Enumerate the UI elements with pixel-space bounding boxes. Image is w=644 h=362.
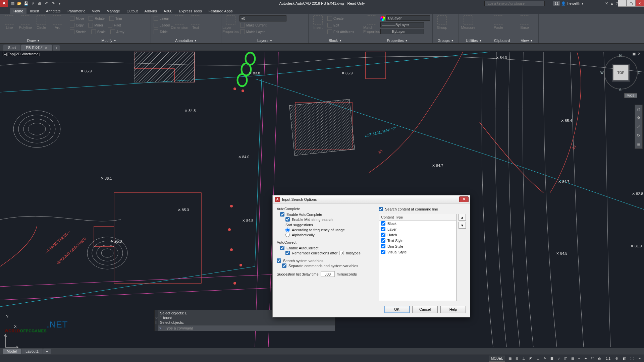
- chevron-down-icon[interactable]: ▼: [37, 39, 40, 42]
- linear-button[interactable]: Linear: [153, 15, 170, 21]
- trim-button[interactable]: Trim: [109, 15, 123, 21]
- polyline-button[interactable]: Polyline: [18, 15, 33, 29]
- menu-tab-home[interactable]: Home: [10, 8, 26, 14]
- add-layout-button[interactable]: +: [43, 349, 51, 354]
- user-area[interactable]: 11 👤 hewetth ▾: [553, 1, 584, 6]
- content-type-item[interactable]: Layer: [379, 226, 456, 232]
- exchange-icon[interactable]: ✕: [605, 1, 608, 6]
- layout-tab[interactable]: Model: [3, 349, 21, 354]
- sb-model[interactable]: MODEL: [489, 356, 505, 362]
- sb-toggle-5[interactable]: ✎: [542, 356, 548, 362]
- help-search-input[interactable]: [484, 1, 545, 6]
- move-button[interactable]: Move: [69, 15, 85, 21]
- chevron-down-icon[interactable]: ▼: [479, 39, 482, 42]
- ok-button[interactable]: OK: [384, 306, 410, 313]
- qat-drop-icon[interactable]: ▾: [57, 1, 62, 6]
- sb-toggle-7[interactable]: ⤢: [556, 356, 561, 362]
- a360-icon[interactable]: ▲: [610, 1, 614, 6]
- nav-showmotion-icon[interactable]: ≣: [636, 141, 642, 147]
- sb-toggle-0[interactable]: ▦: [507, 356, 513, 362]
- rotate-button[interactable]: Rotate: [88, 15, 105, 21]
- sb-toggle-10[interactable]: ⌖: [577, 356, 582, 362]
- menu-tab-parametric[interactable]: Parametric: [64, 8, 89, 14]
- nav-pan-icon[interactable]: ✥: [636, 115, 642, 121]
- enable-autocorrect-checkbox[interactable]: [280, 246, 284, 250]
- insert-button[interactable]: Insert: [311, 15, 325, 29]
- sb-toggle-1[interactable]: ⊞: [514, 356, 520, 362]
- sb-toggle-8[interactable]: ◫: [563, 356, 569, 362]
- cmdline-drag-handle[interactable]: ✕⠿: [155, 310, 158, 331]
- stretch-button[interactable]: Stretch: [69, 29, 87, 35]
- menu-tab-express-tools[interactable]: Express Tools: [176, 8, 205, 14]
- scale-button[interactable]: Scale: [91, 29, 106, 35]
- viewcube-w[interactable]: W: [600, 71, 603, 75]
- create-button[interactable]: Create: [327, 15, 344, 21]
- qat-saveas-icon[interactable]: ⎘: [30, 1, 36, 6]
- chevron-down-icon[interactable]: ▼: [451, 39, 454, 42]
- close-button[interactable]: ✕: [635, 0, 644, 7]
- content-type-item[interactable]: Hatch: [379, 232, 456, 238]
- menu-tab-annotate[interactable]: Annotate: [43, 8, 64, 14]
- sort-alpha-radio[interactable]: [285, 233, 290, 237]
- sb-iso-icon[interactable]: ◧: [622, 356, 627, 362]
- wcs-badge[interactable]: WCS: [624, 93, 637, 98]
- chevron-down-icon[interactable]: ▼: [339, 39, 342, 42]
- menu-tab-add-ins[interactable]: Add-ins: [141, 8, 160, 14]
- circle-button[interactable]: Circle: [34, 15, 49, 29]
- content-type-item[interactable]: Text Style: [379, 238, 456, 243]
- nav-orbit-icon[interactable]: ⟳: [636, 132, 642, 138]
- table-button[interactable]: Table: [153, 29, 168, 35]
- sb-customize-icon[interactable]: ≡: [637, 356, 642, 362]
- cmdline-input[interactable]: Type a command: [165, 326, 193, 330]
- menu-tab-a360[interactable]: A360: [160, 8, 176, 14]
- sb-toggle-6[interactable]: ☰: [549, 356, 555, 362]
- sb-toggle-13[interactable]: ◐: [597, 356, 602, 362]
- qat-redo-icon[interactable]: ↷: [50, 1, 56, 6]
- qat-new-icon[interactable]: ▥: [10, 1, 15, 6]
- viewcube-s[interactable]: S: [619, 88, 622, 92]
- dialog-titlebar[interactable]: A Input Search Options ✕: [273, 195, 470, 203]
- sb-toggle-9[interactable]: ▦: [570, 356, 576, 362]
- lineweight-combo[interactable]: ———— ByLayer: [380, 22, 424, 27]
- leader-button[interactable]: Leader: [153, 22, 171, 28]
- enable-midstring-checkbox[interactable]: [285, 217, 290, 222]
- edit-attributes-button[interactable]: Edit Attributes: [327, 29, 355, 35]
- menu-tab-view[interactable]: View: [89, 8, 103, 14]
- nav-wheel-icon[interactable]: ◎: [636, 106, 642, 112]
- sb-toggle-12[interactable]: ⬚: [590, 356, 595, 362]
- layout-tab[interactable]: Layout1: [21, 349, 43, 354]
- edit-button[interactable]: Edit: [327, 22, 340, 28]
- content-type-list[interactable]: Content Type Block Layer Hatch Text Styl…: [379, 214, 457, 301]
- dialog-close-button[interactable]: ✕: [459, 196, 469, 202]
- sb-gear-icon[interactable]: ⚙: [614, 356, 620, 362]
- copy-button[interactable]: Copy: [69, 22, 84, 28]
- layer-combo[interactable]: ● 0: [239, 15, 286, 21]
- content-type-item[interactable]: Dim Style: [379, 243, 456, 249]
- search-content-checkbox[interactable]: [379, 207, 383, 211]
- sb-scale[interactable]: 1:1: [604, 356, 612, 362]
- add-tab-button[interactable]: +: [53, 45, 60, 51]
- menu-tab-output[interactable]: Output: [123, 8, 141, 14]
- menu-tab-featured-apps[interactable]: Featured Apps: [205, 8, 236, 14]
- chevron-down-icon[interactable]: ▼: [530, 39, 533, 42]
- color-combo[interactable]: ByLayer: [386, 15, 430, 21]
- doc-tab[interactable]: Start: [3, 45, 20, 51]
- move-up-button[interactable]: ▲: [459, 214, 466, 221]
- help-button[interactable]: Help: [440, 306, 466, 313]
- sb-toggle-4[interactable]: ∟: [535, 356, 541, 362]
- line-button[interactable]: Line: [2, 15, 17, 29]
- match-properties-button[interactable]: MatchProperties: [364, 15, 379, 34]
- arc-button[interactable]: Arc: [50, 15, 65, 29]
- dimension-button[interactable]: Dimension: [172, 15, 187, 29]
- sort-frequency-radio[interactable]: [285, 228, 290, 232]
- cancel-button[interactable]: Cancel: [412, 306, 438, 313]
- sb-toggle-2[interactable]: ⊥: [521, 356, 527, 362]
- menu-tab-manage[interactable]: Manage: [103, 8, 123, 14]
- menu-tab-insert[interactable]: Insert: [26, 8, 43, 14]
- viewcube-n[interactable]: N: [619, 54, 622, 57]
- sb-fullscreen-icon[interactable]: ⛶: [629, 356, 635, 362]
- base-button[interactable]: Base: [517, 15, 532, 29]
- group-button[interactable]: Group: [435, 15, 449, 29]
- chevron-down-icon[interactable]: ▼: [114, 39, 116, 42]
- sb-toggle-11[interactable]: ✦: [583, 356, 588, 362]
